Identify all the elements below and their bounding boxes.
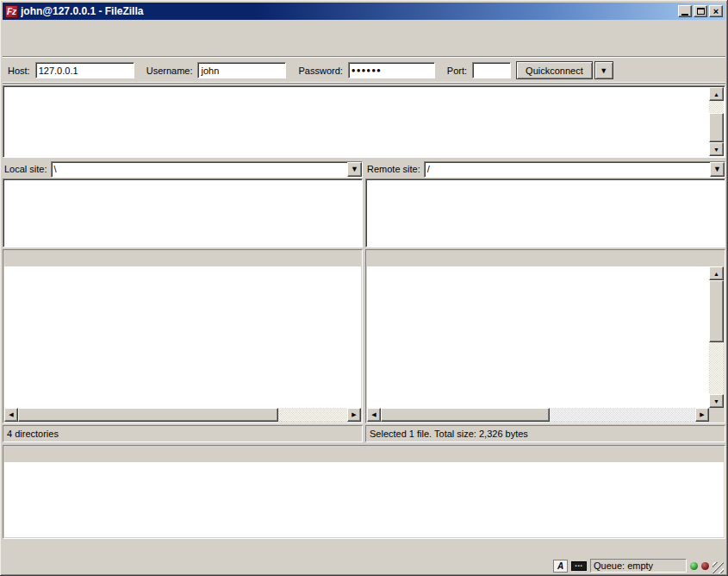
local-list-body (4, 266, 361, 408)
log-scrollbar[interactable]: ▲ ▼ (709, 87, 724, 156)
scroll-left-icon[interactable]: ◀ (367, 408, 381, 422)
quickconnect-button[interactable]: Quickconnect (516, 61, 593, 79)
file-list-panes: ◀ ▶ 4 directories ▲ ▼ (3, 249, 725, 442)
queue-status-text: Queue: empty (594, 560, 653, 571)
speed-limit-icon: ▪▪▪ (571, 561, 587, 571)
local-hscrollbar[interactable]: ◀ ▶ (4, 408, 361, 422)
resize-grip[interactable] (712, 562, 724, 573)
scroll-up-icon[interactable]: ▲ (709, 87, 724, 101)
local-file-list: ◀ ▶ (3, 249, 363, 423)
chevron-down-icon[interactable]: ▼ (347, 162, 362, 177)
host-label: Host: (8, 66, 30, 76)
message-log-lines (4, 87, 709, 156)
quickconnect-bar: Host: Username: Password: Port: Quickcon… (3, 58, 725, 84)
quickconnect-dropdown-button[interactable]: ▼ (594, 61, 613, 79)
scroll-left-icon[interactable]: ◀ (4, 408, 18, 422)
scroll-right-icon[interactable]: ▶ (695, 408, 709, 422)
queue-status-field: Queue: empty (590, 559, 687, 573)
queue-body (4, 462, 724, 537)
log-scroll-thumb[interactable] (709, 113, 724, 142)
scroll-down-icon[interactable]: ▼ (709, 394, 724, 408)
password-input[interactable] (348, 62, 435, 78)
local-hscroll-thumb[interactable] (18, 408, 278, 422)
remote-site-label: Remote site: (365, 164, 420, 174)
transfer-queue (3, 445, 725, 539)
tree-panes: Local site: \ ▼ Remote site: / ▼ (3, 160, 725, 247)
local-site-label: Local site: (3, 164, 47, 174)
chevron-down-icon[interactable]: ▼ (710, 162, 725, 177)
remote-vscroll-thumb[interactable] (709, 280, 724, 342)
filezilla-window: Fz john@127.0.0.1 - FileZilla × Host: Us… (0, 0, 728, 576)
username-label: Username: (146, 66, 193, 76)
local-list-header (4, 251, 361, 266)
local-site-combo[interactable]: \ ▼ (51, 161, 363, 178)
transfer-type-ascii-icon: A (553, 560, 568, 573)
send-led-icon (701, 562, 709, 570)
scroll-up-icon[interactable]: ▲ (709, 266, 724, 280)
menu-bar (3, 20, 725, 35)
remote-list-header (367, 251, 724, 266)
minimize-icon (681, 14, 688, 16)
queue-tabs (3, 539, 725, 557)
remote-site-value: / (425, 164, 710, 174)
status-bar: A ▪▪▪ Queue: empty (3, 557, 725, 573)
toolbar (3, 35, 725, 58)
host-input[interactable] (35, 62, 134, 78)
password-label: Password: (298, 66, 342, 76)
local-tree (3, 178, 363, 247)
maximize-button[interactable] (694, 5, 707, 17)
remote-list-body: ▲ ▼ (367, 266, 724, 408)
close-icon: × (713, 7, 719, 16)
message-log: ▲ ▼ (3, 85, 725, 158)
local-status-text: 4 directories (7, 429, 59, 439)
port-input[interactable] (472, 62, 511, 78)
remote-file-list: ▲ ▼ ◀ ▶ (365, 249, 725, 423)
remote-hscroll-thumb[interactable] (381, 408, 550, 422)
remote-site-combo[interactable]: / ▼ (424, 161, 725, 178)
minimize-button[interactable] (678, 5, 692, 17)
receive-led-icon (690, 562, 698, 570)
remote-hscrollbar[interactable]: ◀ ▶ (367, 408, 709, 422)
window-title: john@127.0.0.1 - FileZilla (21, 5, 675, 17)
remote-status-text: Selected 1 file. Total size: 2,326 bytes (370, 429, 528, 439)
queue-header (4, 447, 724, 462)
scroll-down-icon[interactable]: ▼ (709, 142, 724, 156)
close-button[interactable]: × (709, 5, 723, 17)
title-bar: Fz john@127.0.0.1 - FileZilla × (3, 3, 725, 20)
username-input[interactable] (197, 62, 286, 78)
scroll-right-icon[interactable]: ▶ (347, 408, 361, 422)
remote-vscrollbar[interactable]: ▲ ▼ (709, 266, 724, 408)
remote-status-bar: Selected 1 file. Total size: 2,326 bytes (365, 425, 725, 442)
port-label: Port: (447, 66, 467, 76)
remote-tree (365, 178, 725, 247)
maximize-icon (697, 8, 705, 15)
local-site-value: \ (52, 164, 347, 174)
local-status-bar: 4 directories (3, 425, 363, 442)
chevron-down-icon: ▼ (600, 66, 607, 75)
app-icon: Fz (5, 5, 18, 18)
